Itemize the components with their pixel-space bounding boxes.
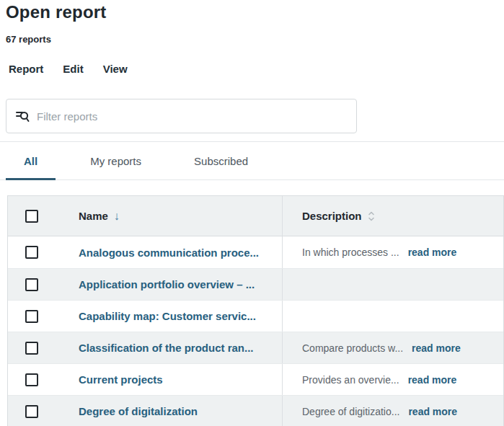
- row-checkbox[interactable]: [25, 246, 38, 259]
- report-name-link[interactable]: Degree of digitalization: [79, 405, 198, 417]
- select-all-checkbox[interactable]: [25, 210, 38, 223]
- table-row[interactable]: Capability map: Customer servic...: [8, 300, 503, 332]
- tab-all[interactable]: All: [6, 142, 56, 180]
- report-name-link[interactable]: Current projects: [79, 373, 163, 386]
- report-name-link[interactable]: Classification of the product ran...: [79, 342, 254, 354]
- report-name-link[interactable]: Application portfolio overview – ...: [79, 278, 255, 290]
- report-description: Provides an overvie...: [302, 374, 399, 386]
- row-checkbox[interactable]: [25, 405, 38, 418]
- open-report-dialog: Open report 67 reports Report Edit View …: [0, 0, 504, 426]
- menu-view[interactable]: View: [103, 63, 128, 75]
- read-more-link[interactable]: read more: [408, 374, 457, 386]
- row-checkbox[interactable]: [25, 373, 38, 386]
- report-name-link[interactable]: Analogous communication proce...: [79, 247, 259, 259]
- menu-report[interactable]: Report: [9, 63, 43, 75]
- filter-search-icon: [15, 109, 30, 123]
- reports-table: Name ↓ Description Analogous communicati…: [7, 195, 504, 426]
- row-checkbox[interactable]: [25, 342, 38, 355]
- tab-bar: All My reports Subscribed: [0, 141, 504, 180]
- report-name-link[interactable]: Capability map: Customer servic...: [79, 310, 256, 322]
- table-row[interactable]: Application portfolio overview – ...: [8, 268, 503, 300]
- page-title: Open report: [6, 1, 504, 23]
- report-description: Degree of digitizatio...: [302, 406, 399, 417]
- read-more-link[interactable]: read more: [412, 342, 461, 354]
- tab-my-reports[interactable]: My reports: [72, 142, 159, 180]
- report-count: 67 reports: [6, 34, 504, 45]
- report-description: Compare products w...: [302, 342, 403, 354]
- description-column-label: Description: [302, 210, 362, 222]
- table-row[interactable]: Classification of the product ran... Com…: [8, 332, 503, 363]
- table-row[interactable]: Degree of digitalization Degree of digit…: [8, 395, 503, 426]
- column-header-name[interactable]: Name ↓: [66, 210, 282, 222]
- report-description: In which processes ...: [302, 247, 399, 258]
- sort-descending-icon[interactable]: ↓: [114, 210, 120, 222]
- filter-reports-input[interactable]: [37, 110, 348, 123]
- sort-chevrons-icon[interactable]: [368, 210, 375, 222]
- tab-subscribed[interactable]: Subscribed: [176, 142, 266, 180]
- read-more-link[interactable]: read more: [408, 406, 457, 417]
- filter-box[interactable]: [6, 99, 357, 133]
- column-header-description[interactable]: Description: [282, 196, 503, 236]
- menu-edit[interactable]: Edit: [63, 63, 83, 75]
- read-more-link[interactable]: read more: [408, 247, 457, 258]
- table-row[interactable]: Analogous communication proce... In whic…: [8, 236, 503, 268]
- table-row[interactable]: Current projects Provides an overvie... …: [8, 363, 503, 395]
- name-column-label: Name: [79, 210, 108, 222]
- row-checkbox[interactable]: [25, 310, 38, 323]
- menu-bar: Report Edit View: [9, 63, 504, 75]
- row-checkbox[interactable]: [25, 278, 38, 291]
- table-header-row: Name ↓ Description: [8, 196, 503, 236]
